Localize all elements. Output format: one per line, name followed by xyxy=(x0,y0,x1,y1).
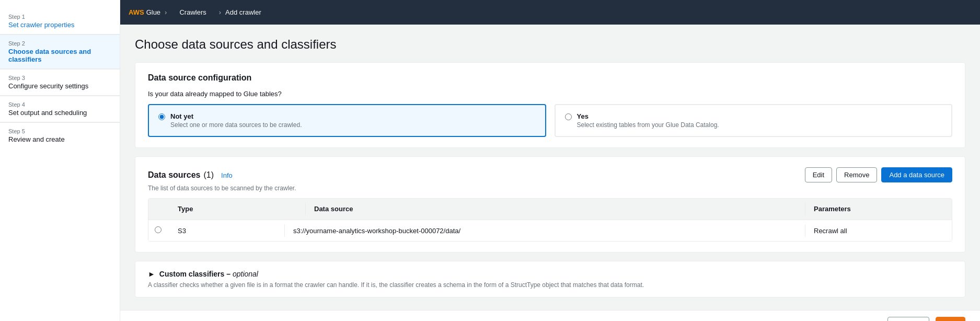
step3-name: Configure security settings xyxy=(8,82,111,90)
ds-count: (1) xyxy=(204,170,214,180)
aws-label: AWS xyxy=(129,8,144,16)
step1-name: Set crawler properties xyxy=(8,21,111,29)
td-parameters: Recrawl all xyxy=(805,225,952,237)
remove-button[interactable]: Remove xyxy=(836,167,877,182)
option-not-yet-desc: Select one or more data sources to be cr… xyxy=(170,121,302,129)
next-button[interactable]: Next xyxy=(936,317,965,321)
option-not-yet-title: Not yet xyxy=(170,112,302,120)
ds-actions: Edit Remove Add a data source xyxy=(805,167,952,182)
step1-label: Step 1 xyxy=(8,14,111,20)
radio-yes[interactable] xyxy=(565,113,572,120)
option-not-yet-text: Not yet Select one or more data sources … xyxy=(170,112,302,129)
step4-name: Set output and scheduling xyxy=(8,109,111,117)
breadcrumb-current: Add crawler xyxy=(225,8,261,16)
step3-label: Step 3 xyxy=(8,75,111,81)
step2-label: Step 2 xyxy=(8,40,111,47)
breadcrumb-sep2: › xyxy=(219,8,221,16)
cc-title-text: Custom classifiers – optional xyxy=(159,270,258,278)
td-datasource: s3://yourname-analytics-workshop-bucket-… xyxy=(285,225,805,237)
option-not-yet[interactable]: Not yet Select one or more data sources … xyxy=(148,104,546,137)
aws-brand: AWS Glue xyxy=(129,8,160,16)
sidebar-item-step2[interactable]: Step 2 Choose data sources and classifie… xyxy=(0,35,120,69)
sidebar-item-step5[interactable]: Step 5 Review and create xyxy=(0,123,120,148)
th-parameters: Parameters xyxy=(805,203,952,215)
option-yes-desc: Select existing tables from your Glue Da… xyxy=(577,121,719,129)
th-datasource: Data source xyxy=(306,203,805,215)
chevron-right-icon: ► xyxy=(148,270,155,278)
sidebar-item-step4[interactable]: Step 4 Set output and scheduling xyxy=(0,96,120,122)
step5-label: Step 5 xyxy=(8,128,111,134)
config-question: Is your data already mapped to Glue tabl… xyxy=(148,90,952,98)
radio-options-group: Not yet Select one or more data sources … xyxy=(148,104,952,137)
cc-optional-label: optional xyxy=(233,270,258,278)
step2-name: Choose data sources and classifiers xyxy=(8,48,111,63)
data-source-config-card: Data source configuration Is your data a… xyxy=(135,62,965,148)
th-type: Type xyxy=(169,203,305,215)
breadcrumb-sep1: › xyxy=(165,8,167,16)
add-data-source-button[interactable]: Add a data source xyxy=(881,167,952,182)
table-row[interactable]: S3 s3://yourname-analytics-workshop-buck… xyxy=(148,220,952,241)
footer: Cancel Previous Next xyxy=(120,310,980,321)
option-yes-text: Yes Select existing tables from your Glu… xyxy=(577,112,719,129)
ds-info-link[interactable]: Info xyxy=(221,171,233,179)
step5-name: Review and create xyxy=(8,135,111,143)
content-area: Choose data sources and classifiers Data… xyxy=(120,25,980,310)
previous-button[interactable]: Previous xyxy=(887,317,930,321)
th-radio-spacer xyxy=(148,203,169,215)
option-yes[interactable]: Yes Select existing tables from your Glu… xyxy=(555,104,953,137)
table-header: Type Data source Parameters xyxy=(148,199,952,220)
sidebar-item-step3[interactable]: Step 3 Configure security settings xyxy=(0,70,120,96)
ds-title: Data sources xyxy=(148,170,201,180)
td-type: S3 xyxy=(169,225,284,237)
ds-description: The list of data sources to be scanned b… xyxy=(148,185,952,192)
row-radio[interactable] xyxy=(155,226,162,233)
custom-classifiers-title[interactable]: ► Custom classifiers – optional xyxy=(148,270,952,278)
glue-label: Glue xyxy=(146,8,160,16)
data-sources-header: Data sources (1) Info Edit Remove Add a … xyxy=(148,167,952,182)
radio-not-yet[interactable] xyxy=(158,113,165,120)
edit-button[interactable]: Edit xyxy=(805,167,832,182)
sidebar: Step 1 Set crawler properties Step 2 Cho… xyxy=(0,0,120,321)
option-yes-title: Yes xyxy=(577,112,719,120)
config-card-title: Data source configuration xyxy=(148,73,952,83)
custom-classifiers-desc: A classifier checks whether a given file… xyxy=(148,281,952,289)
cc-title-label: Custom classifiers xyxy=(159,270,225,278)
topnav: AWS Glue › Crawlers › Add crawler xyxy=(120,0,980,25)
custom-classifiers-card: ► Custom classifiers – optional A classi… xyxy=(135,261,965,297)
step4-label: Step 4 xyxy=(8,101,111,108)
ds-title-group: Data sources (1) Info xyxy=(148,170,233,180)
main-content: AWS Glue › Crawlers › Add crawler Choose… xyxy=(120,0,980,321)
sidebar-item-step1[interactable]: Step 1 Set crawler properties xyxy=(0,8,120,35)
data-sources-table: Type Data source Parameters S3 s3://your… xyxy=(148,198,952,242)
data-sources-card: Data sources (1) Info Edit Remove Add a … xyxy=(135,156,965,253)
breadcrumb-crawlers[interactable]: Crawlers xyxy=(171,4,214,20)
page-title: Choose data sources and classifiers xyxy=(135,37,965,52)
cancel-button[interactable]: Cancel xyxy=(854,317,881,322)
td-radio[interactable] xyxy=(148,224,169,237)
